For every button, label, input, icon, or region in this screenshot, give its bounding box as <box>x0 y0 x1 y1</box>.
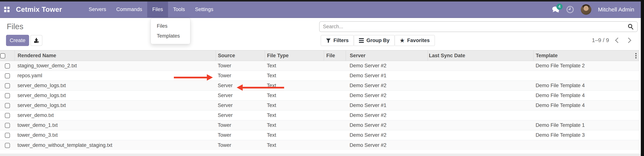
cell-rendered_name: server_demo.txt <box>15 110 216 120</box>
nav-item-settings[interactable]: Settings <box>190 1 218 17</box>
cell-rendered_name: server_demo_logs.txt <box>15 81 216 90</box>
cell-file <box>324 140 346 150</box>
dropdown-item-files[interactable]: Files <box>151 21 190 31</box>
column-header-server[interactable]: Server <box>346 50 428 61</box>
optional-columns-toggle[interactable] <box>635 53 636 58</box>
cell-source: Tower <box>216 71 265 81</box>
filters-label: Filters <box>334 38 349 43</box>
cell-last_sync_date <box>428 71 534 81</box>
cell-last_sync_date <box>428 100 534 110</box>
cell-server: Demo Server #2 <box>346 110 428 120</box>
row-checkbox[interactable] <box>5 143 10 148</box>
search-input[interactable] <box>319 21 638 32</box>
user-avatar <box>581 4 591 15</box>
cell-rendered_name: server_demo_logs.txt <box>15 90 216 100</box>
table-row[interactable]: server_demo_logs.txtServerTextDemo Serve… <box>0 81 639 90</box>
create-button[interactable]: Create <box>6 35 29 46</box>
column-header-last_sync_date[interactable]: Last Sync Date <box>428 50 534 61</box>
column-header-source[interactable]: Source <box>216 50 265 61</box>
table-header-row: Rendered NameSourceFile TypeFileServerLa… <box>0 50 639 61</box>
pager-next-button[interactable] <box>626 37 631 43</box>
row-checkbox[interactable] <box>5 133 10 138</box>
clock-icon <box>566 6 574 13</box>
cell-template: Demo File Template 2 <box>534 61 639 71</box>
top-navbar: Cetmix Tower ServersCommandsFilesToolsSe… <box>0 1 641 18</box>
cell-file_type: Text <box>265 81 324 90</box>
row-checkbox[interactable] <box>5 83 10 88</box>
cell-file <box>324 130 346 140</box>
cell-template <box>534 71 639 81</box>
cell-file <box>324 90 346 100</box>
export-button[interactable] <box>30 35 42 46</box>
cell-last_sync_date <box>428 130 534 140</box>
cell-rendered_name: tower_demo_without_template_staging.txt <box>15 140 216 150</box>
apps-menu-button[interactable] <box>0 1 14 17</box>
column-header-rendered_name[interactable]: Rendered Name <box>15 50 216 61</box>
select-all-checkbox[interactable] <box>0 53 5 58</box>
pager-previous-button[interactable] <box>615 37 620 43</box>
nav-item-files[interactable]: Files <box>147 1 168 17</box>
cell-last_sync_date <box>428 140 534 150</box>
cell-last_sync_date <box>428 110 534 120</box>
messages-count-badge: 4 <box>556 3 562 10</box>
column-header-file_type[interactable]: File Type <box>265 50 324 61</box>
table-row[interactable]: server_demo_logs.txtServerTextDemo Serve… <box>0 90 639 100</box>
cell-file <box>324 71 346 81</box>
cell-file_type: Text <box>265 100 324 110</box>
group-by-button[interactable]: Group By <box>354 35 395 46</box>
cell-last_sync_date <box>428 61 534 71</box>
nav-item-servers[interactable]: Servers <box>84 1 111 17</box>
cell-template <box>534 110 639 120</box>
row-checkbox[interactable] <box>5 63 10 69</box>
user-name[interactable]: Mitchell Admin <box>598 6 634 13</box>
filter-funnel-icon <box>326 38 331 43</box>
cell-rendered_name: staging_tower_demo_2.txt <box>15 61 216 71</box>
app-window: Cetmix Tower ServersCommandsFilesToolsSe… <box>0 0 644 156</box>
nav-item-tools[interactable]: Tools <box>168 1 190 17</box>
activities-button[interactable] <box>566 6 574 13</box>
cell-source: Server <box>216 81 265 90</box>
brand-title[interactable]: Cetmix Tower <box>16 1 62 17</box>
navbar-systray: 4 Mitchell Admin <box>552 1 641 17</box>
table-row[interactable]: server_demo.txtServerTextDemo Server #2 <box>0 110 639 120</box>
row-checkbox[interactable] <box>5 123 10 128</box>
cell-file_type: Text <box>265 90 324 100</box>
messages-button[interactable]: 4 <box>552 6 560 13</box>
table-row[interactable]: tower_demo_without_template_staging.txtT… <box>0 140 639 150</box>
main-menu: ServersCommandsFilesToolsSettings <box>84 1 218 17</box>
cell-server: Demo Server #2 <box>346 120 428 130</box>
cell-source: Tower <box>216 61 265 71</box>
table-row[interactable]: tower_demo_1.txtTowerTextDemo Server #2D… <box>0 120 639 130</box>
cell-server: Demo Server #2 <box>346 130 428 140</box>
row-checkbox[interactable] <box>5 103 10 108</box>
cell-source: Server <box>216 110 265 120</box>
user-menu[interactable] <box>581 4 591 15</box>
favorites-button[interactable]: ★ Favorites <box>394 35 435 46</box>
column-header-file[interactable]: File <box>324 50 346 61</box>
table-row[interactable]: tower_demo_3.txtTowerTextDemo Server #2D… <box>0 130 639 140</box>
cell-rendered_name: repos.yaml <box>15 71 216 81</box>
dropdown-item-templates[interactable]: Templates <box>151 31 190 41</box>
window-top-edge <box>0 0 644 1</box>
cell-server: Demo Server #2 <box>346 61 428 71</box>
cell-template: Demo File Template 4 <box>534 81 639 90</box>
star-icon: ★ <box>400 38 404 43</box>
row-checkbox[interactable] <box>5 93 10 98</box>
cell-source: Tower <box>216 140 265 150</box>
favorites-label: Favorites <box>407 38 430 43</box>
window-right-edge <box>641 0 644 156</box>
cell-file_type: Text <box>265 61 324 71</box>
row-checkbox[interactable] <box>5 113 10 118</box>
cell-template <box>534 140 639 150</box>
table-row[interactable]: repos.yamlTowerTextDemo Server #1 <box>0 71 639 81</box>
cell-rendered_name: server_demo_logs.txt <box>15 100 216 110</box>
column-header-template[interactable]: Template <box>534 50 639 61</box>
search-icon[interactable] <box>628 24 634 30</box>
group-by-bars-icon <box>359 38 364 43</box>
pager: 1–9 / 9 <box>592 37 630 43</box>
table-row[interactable]: server_demo_logs.txtServerTextDemo Serve… <box>0 100 639 110</box>
row-checkbox[interactable] <box>5 73 10 78</box>
filters-button[interactable]: Filters <box>321 35 354 46</box>
nav-item-commands[interactable]: Commands <box>111 1 147 17</box>
table-row[interactable]: staging_tower_demo_2.txtTowerTextDemo Se… <box>0 61 639 71</box>
